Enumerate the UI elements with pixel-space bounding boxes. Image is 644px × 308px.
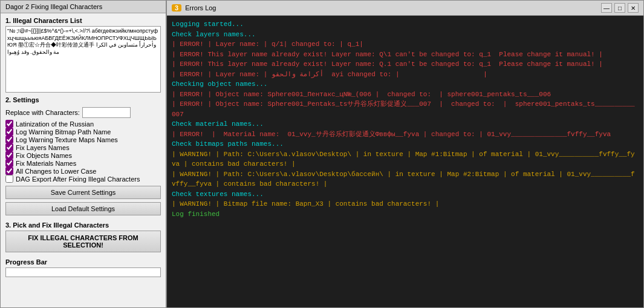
log-line: Check material names... <box>172 119 639 129</box>
checkbox-cb6[interactable] <box>5 159 13 167</box>
checkbox-row-cb1: Latinization of the Russian <box>5 120 161 128</box>
checkbox-cb8[interactable] <box>5 175 13 183</box>
checkbox-label-cb8: DAG Export After Fixing Illegal Characte… <box>16 175 140 183</box>
illegal-chars-section: 1. Illegal Characters List "№ ;!@#~[{}]|… <box>5 17 161 93</box>
illegal-chars-header: 1. Illegal Characters List <box>5 17 161 24</box>
left-panel: Dagor 2 Fixing Illegal Characters 1. Ill… <box>0 0 166 308</box>
checkbox-row-cb4: Fix Layers Names <box>5 143 161 151</box>
checkbox-row-cb6: Fix Materials Names <box>5 159 161 167</box>
progress-section: Progress Bar <box>5 258 161 277</box>
checkbox-row-cb5: Fix Objects Names <box>5 151 161 159</box>
log-line: Check bitmaps paths names... <box>172 139 639 149</box>
log-line: Check textures names... <box>172 189 639 200</box>
checkbox-cb4[interactable] <box>5 143 13 151</box>
maximize-button[interactable]: □ <box>614 3 625 13</box>
log-line: Logging started... <box>172 19 639 30</box>
log-line: | ERROR! | Object name: Sphere001_Pentak… <box>172 99 639 119</box>
minimize-button[interactable]: — <box>601 3 612 13</box>
log-line: | ERROR! This layer name already exist! … <box>172 59 639 70</box>
log-line: | WARNING! | Path: C:\Users\a.vlasov\Des… <box>172 149 639 169</box>
errors-log-title: Errors Log <box>185 4 216 11</box>
checkbox-label-cb2: Log Warning Bitmap Path Name <box>16 128 111 136</box>
title-num: 3 <box>172 4 181 11</box>
save-settings-button[interactable]: Save Current Settings <box>5 186 161 199</box>
checkbox-row-cb2: Log Warning Bitmap Path Name <box>5 128 161 136</box>
checkbox-cb2[interactable] <box>5 128 13 136</box>
close-button[interactable]: ✕ <box>628 3 639 13</box>
checkbox-row-cb3: Log Warning Texture Maps Names <box>5 136 161 143</box>
replace-label: Replace with Characters: <box>5 109 80 116</box>
illegal-chars-box[interactable]: "№ ;!@#~[{}]||£$%^&*()-=+\,<.>//?\ абёгд… <box>5 26 161 93</box>
checkbox-label-cb6: Fix Materials Names <box>16 160 76 167</box>
load-settings-button[interactable]: Load Default Settings <box>5 202 161 215</box>
log-line: | ERROR! | Layer name: | أكرامة والحقو a… <box>172 70 639 80</box>
checkbox-label-cb7: All Changes to Lower Case <box>16 168 96 175</box>
log-line: | WARNING! | Bitmap file name: Варп_X3 |… <box>172 199 639 209</box>
pick-fix-section: 3. Pick and Fix Illegal Characters FIX I… <box>5 221 161 252</box>
checkbox-label-cb1: Latinization of the Russian <box>16 120 94 128</box>
log-line: | ERROR! | Object name: Sphere001_Пентак… <box>172 90 639 100</box>
checkbox-label-cb5: Fix Objects Names <box>16 152 72 159</box>
log-line: | ERROR! | Layer name: | q/1| changed to… <box>172 39 639 50</box>
checkbox-cb5[interactable] <box>5 151 13 159</box>
window-controls: — □ ✕ <box>601 3 639 13</box>
checkbox-row-cb8: DAG Export After Fixing Illegal Characte… <box>5 175 161 183</box>
replace-input[interactable] <box>82 107 131 118</box>
fix-illegal-chars-button[interactable]: FIX ILLEGAL CHARACTERS FROM SELECTION! <box>5 231 161 252</box>
log-line: Log finished <box>172 209 639 220</box>
checkbox-cb7[interactable] <box>5 167 13 175</box>
settings-section: 2. Settings Replace with Characters: Lat… <box>5 96 161 215</box>
log-line: Checking object names... <box>172 79 639 90</box>
checkbox-label-cb4: Fix Layers Names <box>16 144 70 151</box>
left-titlebar: Dagor 2 Fixing Illegal Characters <box>1 1 166 13</box>
log-line: Check layers names... <box>172 30 639 40</box>
settings-header: 2. Settings <box>5 96 161 103</box>
right-titlebar: 3 Errors Log — □ ✕ <box>167 1 643 16</box>
log-line: | ERROR! | Material name: 01_vvy_サ丹谷乐灯影促… <box>172 129 639 140</box>
log-line: | ERROR! This layer name already exist! … <box>172 50 639 60</box>
checkboxes-container: Latinization of the RussianLog Warning B… <box>5 120 161 183</box>
progress-bar <box>5 267 161 277</box>
checkbox-row-cb7: All Changes to Lower Case <box>5 167 161 175</box>
left-panel-title: Dagor 2 Fixing Illegal Characters <box>5 3 161 10</box>
checkbox-cb1[interactable] <box>5 120 13 128</box>
checkbox-cb3[interactable] <box>5 136 13 143</box>
left-panel-content: 1. Illegal Characters List "№ ;!@#~[{}]|… <box>1 13 166 307</box>
checkbox-label-cb3: Log Warning Texture Maps Names <box>16 136 118 143</box>
replace-row: Replace with Characters: <box>5 107 161 118</box>
log-area: Logging started...Check layers names...|… <box>167 16 643 307</box>
progress-header: Progress Bar <box>5 258 161 266</box>
pick-fix-header: 3. Pick and Fix Illegal Characters <box>5 221 161 229</box>
log-line: | WARNING! | Path: C:\Users\a.vlasov\Des… <box>172 169 639 189</box>
right-panel: 3 Errors Log — □ ✕ Logging started...Che… <box>166 0 644 308</box>
